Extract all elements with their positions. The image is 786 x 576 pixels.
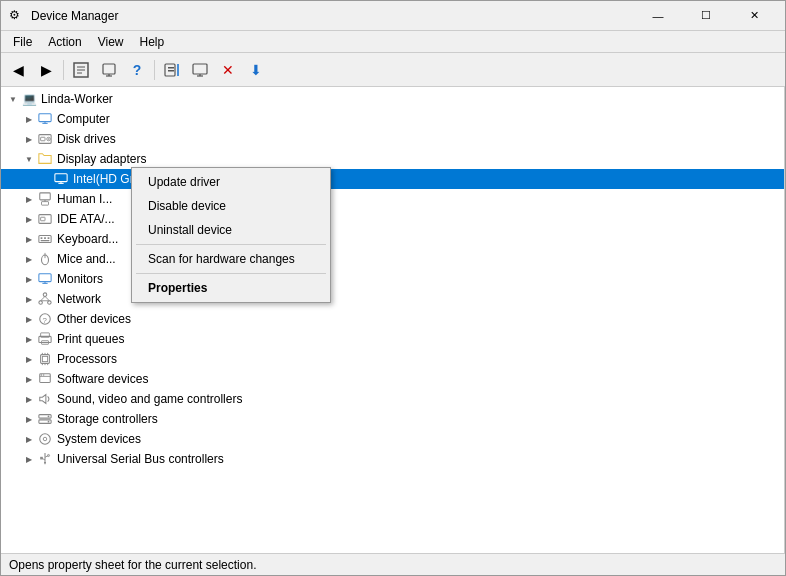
sound-label: Sound, video and game controllers [57,392,242,406]
system-icon [37,431,53,447]
ctx-uninstall-device[interactable]: Uninstall device [132,218,330,242]
properties-button[interactable] [68,57,94,83]
menu-view[interactable]: View [90,33,132,51]
menu-file[interactable]: File [5,33,40,51]
device-tree[interactable]: ▼ 💻 Linda-Worker ▶ Computer ▶ Disk drive… [1,87,785,553]
ctx-update-driver[interactable]: Update driver [132,170,330,194]
svg-text:?: ? [42,316,47,325]
tree-item-human-interface[interactable]: ▶ Human I... [1,189,784,209]
help-button[interactable]: ? [124,57,150,83]
svg-point-41 [39,301,43,305]
svg-point-61 [41,374,42,375]
tree-item-monitors[interactable]: ▶ Monitors [1,269,784,289]
ctx-disable-device[interactable]: Disable device [132,194,330,218]
svg-rect-8 [168,67,174,69]
tree-item-display-adapters[interactable]: ▼ Display adapters [1,149,784,169]
human-expand[interactable]: ▶ [21,191,37,207]
tree-item-print-queues[interactable]: ▶ Print queues [1,329,784,349]
tree-item-sound[interactable]: ▶ Sound, video and game controllers [1,389,784,409]
system-expand[interactable]: ▶ [21,431,37,447]
context-menu: Update driver Disable device Uninstall d… [131,167,331,303]
download-button[interactable]: ⬇ [243,57,269,83]
root-label: Linda-Worker [41,92,113,106]
processors-expand[interactable]: ▶ [21,351,37,367]
tree-item-usb[interactable]: ▶ Universal Serial Bus controllers [1,449,784,469]
maximize-button[interactable]: ☐ [683,1,729,31]
root-expand[interactable]: ▼ [5,91,21,107]
print-icon [37,331,53,347]
svg-rect-9 [168,70,174,72]
close-button[interactable]: ✕ [731,1,777,31]
disk-expand[interactable]: ▶ [21,131,37,147]
update-driver-button[interactable] [96,57,122,83]
tree-item-system-devices[interactable]: ▶ System devices [1,429,784,449]
usb-icon [37,451,53,467]
tree-item-other[interactable]: ▶ ? Other devices [1,309,784,329]
tree-item-computer[interactable]: ▶ Computer [1,109,784,129]
storage-icon [37,411,53,427]
other-label: Other devices [57,312,131,326]
sound-icon [37,391,53,407]
computer-label: Computer [57,112,110,126]
svg-line-44 [45,296,49,300]
svg-rect-10 [177,64,179,76]
usb-expand[interactable]: ▶ [21,451,37,467]
sound-expand[interactable]: ▶ [21,391,37,407]
toolbar-sep-1 [63,60,64,80]
svg-rect-30 [41,237,43,239]
monitors-expand[interactable]: ▶ [21,271,37,287]
tree-item-processors[interactable]: ▶ Processors [1,349,784,369]
status-text: Opens property sheet for the current sel… [9,558,256,572]
menu-action[interactable]: Action [40,33,89,51]
software-expand[interactable]: ▶ [21,371,37,387]
tree-item-network[interactable]: ▶ Network [1,289,784,309]
tree-item-storage[interactable]: ▶ Storage controllers [1,409,784,429]
computer-icon [37,111,53,127]
delete-button[interactable]: ✕ [215,57,241,83]
svg-rect-20 [41,137,45,141]
keyboard-expand[interactable]: ▶ [21,231,37,247]
computer-button[interactable] [187,57,213,83]
display-label: Display adapters [57,152,146,166]
back-button[interactable]: ◀ [5,57,31,83]
human-icon [37,191,53,207]
tree-item-intel-hd[interactable]: ▶ Intel(HD Graphics) [1,169,784,189]
other-expand[interactable]: ▶ [21,311,37,327]
computer-expand[interactable]: ▶ [21,111,37,127]
display-expand[interactable]: ▼ [21,151,37,167]
mice-label: Mice and... [57,252,116,266]
print-expand[interactable]: ▶ [21,331,37,347]
menu-help[interactable]: Help [132,33,173,51]
processors-icon [37,351,53,367]
svg-point-62 [43,374,44,375]
processors-label: Processors [57,352,117,366]
monitors-label: Monitors [57,272,103,286]
ctx-sep-1 [136,244,326,245]
tree-item-keyboards[interactable]: ▶ Keyboard... [1,229,784,249]
device-manager-window: ⚙ Device Manager — ☐ ✕ File Action View … [0,0,786,576]
scan-button[interactable] [159,57,185,83]
svg-rect-4 [103,64,115,74]
forward-button[interactable]: ▶ [33,57,59,83]
ide-expand[interactable]: ▶ [21,211,37,227]
tree-root[interactable]: ▼ 💻 Linda-Worker [1,89,784,109]
storage-expand[interactable]: ▶ [21,411,37,427]
svg-rect-52 [42,356,47,361]
mice-expand[interactable]: ▶ [21,251,37,267]
ide-icon [37,211,53,227]
ctx-scan-hardware[interactable]: Scan for hardware changes [132,247,330,271]
tree-item-software-devices[interactable]: ▶ Software devices [1,369,784,389]
window-title: Device Manager [31,9,635,23]
monitors-icon [37,271,53,287]
ide-label: IDE ATA/... [57,212,115,226]
tree-item-disk-drives[interactable]: ▶ Disk drives [1,129,784,149]
tree-item-ide-ata[interactable]: ▶ IDE ATA/... [1,209,784,229]
network-expand[interactable]: ▶ [21,291,37,307]
minimize-button[interactable]: — [635,1,681,31]
display-folder-icon [37,151,53,167]
svg-marker-63 [40,395,46,404]
svg-point-19 [48,138,49,139]
ctx-properties[interactable]: Properties [132,276,330,300]
tree-item-mice[interactable]: ▶ Mice and... [1,249,784,269]
keyboard-icon [37,231,53,247]
